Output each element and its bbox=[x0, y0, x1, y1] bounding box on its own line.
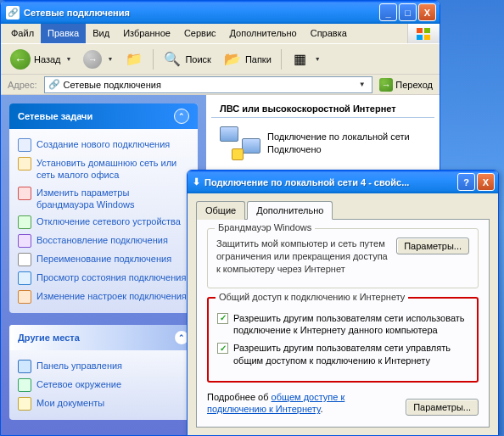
address-dropdown[interactable]: ▼ bbox=[356, 81, 368, 88]
sharing-legend: Общий доступ к подключению к Интернету bbox=[216, 292, 408, 302]
task-label: Просмотр состояния подключения bbox=[36, 271, 186, 283]
close-button[interactable]: X bbox=[418, 3, 436, 21]
address-input[interactable]: 🔗 Сетевые подключения ▼ bbox=[44, 76, 373, 93]
back-button[interactable]: ← Назад ▼ bbox=[6, 47, 76, 72]
allow-sharing-row[interactable]: ✓ Разрешить другим пользователям сети ис… bbox=[217, 312, 468, 338]
network-places-icon bbox=[18, 378, 31, 392]
task-home-network[interactable]: Установить домашнюю сеть или сеть малого… bbox=[18, 154, 189, 184]
tab-general[interactable]: Общие bbox=[196, 201, 245, 220]
task-firewall[interactable]: Изменить параметры брандмауэра Windows bbox=[18, 184, 189, 214]
tab-strip: Общие Дополнительно bbox=[196, 200, 490, 219]
windows-logo-icon bbox=[407, 24, 440, 43]
titlebar[interactable]: 🔗 Сетевые подключения _ □ X bbox=[1, 1, 440, 24]
other-places-header[interactable]: Другие места ⌃ bbox=[9, 325, 198, 350]
allow-control-row[interactable]: ✓ Разрешить другим пользователям сети уп… bbox=[217, 342, 468, 367]
menu-view[interactable]: Вид bbox=[86, 24, 116, 43]
tab-content: Брандмауэр Windows Защитить мой компьюте… bbox=[196, 219, 490, 428]
repair-icon bbox=[18, 234, 31, 248]
task-status[interactable]: Просмотр состояния подключения bbox=[18, 269, 189, 288]
menu-edit[interactable]: Правка bbox=[41, 24, 86, 43]
properties-dialog: ⬇ Подключение по локальной сети 4 - свой… bbox=[187, 170, 499, 436]
search-button[interactable]: 🔍 Поиск bbox=[159, 48, 215, 71]
search-label: Поиск bbox=[185, 54, 210, 64]
control-panel-icon bbox=[18, 360, 31, 373]
dialog-title: Подключение по локальной сети 4 - свойс.… bbox=[204, 177, 457, 187]
views-icon: ▦ bbox=[291, 50, 310, 69]
task-repair[interactable]: Восстановление подключения bbox=[18, 232, 189, 250]
allow-control-checkbox[interactable]: ✓ bbox=[217, 343, 228, 354]
connection-item[interactable]: Подключение по локальной сети Подключено bbox=[206, 118, 440, 169]
menubar: Файл Правка Вид Избранное Сервис Дополни… bbox=[1, 24, 440, 44]
tab-advanced[interactable]: Дополнительно bbox=[247, 201, 333, 220]
firewall-legend: Брандмауэр Windows bbox=[215, 222, 315, 232]
menu-favorites[interactable]: Избранное bbox=[116, 24, 177, 43]
allow-sharing-checkbox[interactable]: ✓ bbox=[217, 313, 228, 324]
rename-icon bbox=[18, 253, 31, 266]
folders-label: Папки bbox=[245, 54, 272, 64]
network-tasks-panel: Сетевые задачи ⌃ Создание нового подключ… bbox=[9, 103, 198, 313]
footer-text-before: Подробнее об bbox=[207, 392, 272, 402]
menu-advanced[interactable]: Дополнительно bbox=[223, 24, 304, 43]
collapse-icon[interactable]: ⌃ bbox=[174, 109, 189, 124]
sharing-params-button[interactable]: Параметры... bbox=[406, 399, 479, 416]
link-control-panel[interactable]: Панель управления bbox=[18, 357, 189, 376]
menu-tools[interactable]: Сервис bbox=[177, 24, 223, 43]
separator bbox=[281, 49, 282, 70]
documents-icon bbox=[18, 397, 31, 411]
status-icon bbox=[18, 271, 31, 285]
task-label: Панель управления bbox=[36, 360, 122, 372]
address-bar: Адрес: 🔗 Сетевые подключения ▼ → Переход bbox=[1, 75, 440, 95]
task-label: Сетевое окружение bbox=[36, 378, 121, 390]
task-label: Переименование подключения bbox=[36, 253, 171, 265]
back-arrow-icon: ← bbox=[10, 49, 31, 70]
network-icon: 🔗 bbox=[48, 79, 60, 90]
dialog-close-button[interactable]: X bbox=[477, 173, 495, 191]
link-network-places[interactable]: Сетевое окружение bbox=[18, 376, 189, 394]
new-connection-icon bbox=[18, 138, 31, 152]
group-header: ЛВС или высокоскоростной Интернет bbox=[211, 98, 434, 118]
firewall-icon bbox=[18, 187, 31, 200]
task-label: Отключение сетевого устройства bbox=[36, 215, 181, 227]
chevron-down-icon: ▼ bbox=[66, 56, 72, 62]
address-value: Сетевые подключения bbox=[64, 80, 353, 90]
minimize-button[interactable]: _ bbox=[379, 3, 397, 21]
go-button[interactable]: → Переход bbox=[376, 76, 436, 93]
go-arrow-icon: → bbox=[379, 78, 393, 92]
task-settings[interactable]: Изменение настроек подключения bbox=[18, 288, 189, 306]
sharing-fieldset: Общий доступ к подключению к Интернету ✓… bbox=[207, 297, 479, 383]
sidebar: Сетевые задачи ⌃ Создание нового подключ… bbox=[1, 95, 206, 435]
link-my-documents[interactable]: Мои документы bbox=[18, 394, 189, 413]
dialog-footer: Подробнее об общем доступе к подключению… bbox=[207, 391, 479, 416]
address-label: Адрес: bbox=[4, 80, 41, 90]
task-label: Восстановление подключения bbox=[36, 234, 168, 246]
disable-icon bbox=[18, 215, 31, 229]
task-label: Создание нового подключения bbox=[36, 138, 170, 150]
task-disable[interactable]: Отключение сетевого устройства bbox=[18, 213, 189, 232]
connection-status: Подключено bbox=[267, 143, 410, 156]
folders-button[interactable]: 📂 Папки bbox=[219, 48, 276, 71]
task-rename[interactable]: Переименование подключения bbox=[18, 250, 189, 269]
views-button[interactable]: ▦ ▼ bbox=[287, 48, 325, 71]
footer-text-after: . bbox=[320, 404, 322, 414]
window-title: Сетевые подключения bbox=[24, 8, 379, 18]
forward-button[interactable]: → ▼ bbox=[79, 48, 117, 71]
forward-arrow-icon: → bbox=[83, 50, 102, 69]
connection-icon bbox=[220, 126, 260, 160]
settings-icon bbox=[18, 290, 31, 304]
home-network-icon bbox=[18, 157, 31, 170]
task-new-connection[interactable]: Создание нового подключения bbox=[18, 136, 189, 154]
connection-name: Подключение по локальной сети bbox=[267, 131, 410, 143]
task-label: Мои документы bbox=[36, 397, 104, 409]
go-label: Переход bbox=[395, 80, 433, 90]
task-label: Изменение настроек подключения bbox=[36, 290, 187, 302]
up-button[interactable]: 📁 bbox=[120, 48, 148, 71]
maximize-button[interactable]: □ bbox=[399, 3, 417, 21]
back-label: Назад bbox=[34, 54, 61, 64]
menu-help[interactable]: Справка bbox=[304, 24, 354, 43]
dialog-titlebar[interactable]: ⬇ Подключение по локальной сети 4 - свой… bbox=[188, 170, 498, 193]
menu-file[interactable]: Файл bbox=[4, 24, 41, 43]
network-tasks-header[interactable]: Сетевые задачи ⌃ bbox=[9, 103, 198, 129]
firewall-params-button[interactable]: Параметры... bbox=[396, 238, 469, 254]
net-icon: ⬇ bbox=[193, 176, 200, 187]
help-button[interactable]: ? bbox=[457, 173, 475, 191]
